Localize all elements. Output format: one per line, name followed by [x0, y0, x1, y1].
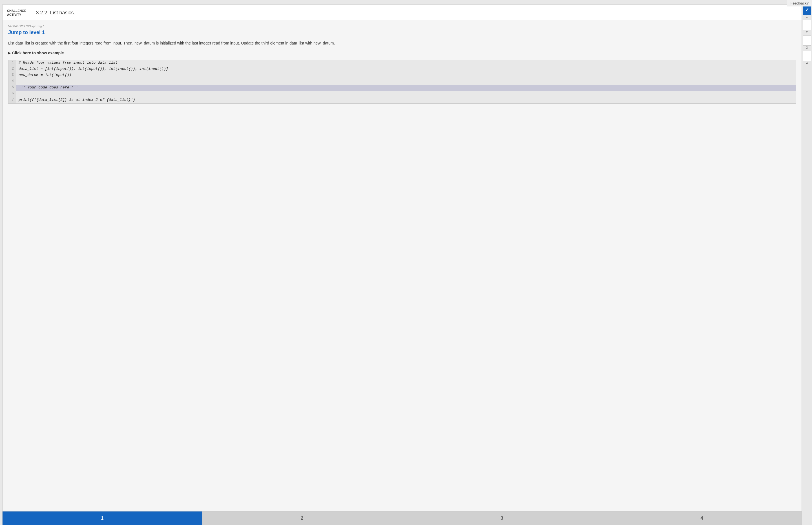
bottom-tab-2[interactable]: 2	[202, 511, 402, 525]
header-divider	[31, 7, 31, 18]
check-icon: ✓	[805, 7, 809, 12]
bottom-tab-3[interactable]: 3	[402, 511, 602, 525]
header: CHALLENGE ACTIVITY 3.2.2: List basics.	[2, 5, 801, 21]
activity-id: 546646.1230224.qx3zqy7	[8, 25, 796, 28]
code-line: 1# Reads four values from input into dat…	[9, 60, 796, 66]
line-code: ''' Your code goes here '''	[16, 85, 80, 91]
main-wrapper: CHALLENGE ACTIVITY 3.2.2: List basics. 5…	[0, 0, 812, 525]
sidebar-level-btn-4[interactable]	[803, 51, 811, 61]
bottom-tab-4[interactable]: 4	[602, 511, 801, 525]
code-line: 7print(f'{data_list[2]} is at index 2 of…	[9, 97, 796, 103]
sidebar-item-1[interactable]: ✓1	[803, 4, 811, 18]
line-number: 2	[9, 66, 16, 72]
line-code: data_list = [int(input()), int(input()),…	[16, 66, 171, 72]
sidebar-level-num: 2	[806, 31, 808, 34]
sidebar-item-2[interactable]: 2	[803, 20, 811, 34]
code-line: 5''' Your code goes here '''	[9, 85, 796, 91]
sidebar-item-3[interactable]: 3	[803, 35, 811, 49]
code-line: 3new_datum = int(input())	[9, 72, 796, 79]
right-sidebar: ✓1234	[802, 2, 812, 525]
feedback-bar[interactable]: Feedback?	[787, 0, 812, 6]
code-line: 6	[9, 91, 796, 97]
sidebar-level-btn-3[interactable]	[803, 35, 811, 46]
line-number: 5	[9, 85, 16, 91]
code-line: 4	[9, 79, 796, 85]
line-code	[16, 91, 21, 97]
line-code: print(f'{data_list[2]} is at index 2 of …	[16, 97, 137, 103]
code-editor[interactable]: 1# Reads four values from input into dat…	[8, 60, 796, 104]
challenge-line1: CHALLENGE	[7, 9, 26, 13]
description: List data_list is created with the first…	[8, 40, 796, 46]
challenge-line2: ACTIVITY	[7, 13, 26, 17]
bottom-tab-1[interactable]: 1	[2, 511, 202, 525]
challenge-label: CHALLENGE ACTIVITY	[7, 9, 26, 17]
sidebar-item-4[interactable]: 4	[803, 51, 811, 65]
line-number: 6	[9, 91, 16, 97]
sidebar-level-num: 4	[806, 62, 808, 65]
bottom-tabs: 1234	[2, 511, 801, 525]
header-title: 3.2.2: List basics.	[36, 10, 75, 16]
line-number: 4	[9, 79, 16, 85]
sidebar-level-num: 3	[806, 46, 808, 49]
line-number: 7	[9, 97, 16, 103]
show-example-button[interactable]: Click here to show example	[8, 51, 796, 55]
jump-to-level[interactable]: Jump to level 1	[8, 30, 796, 35]
sidebar-level-num: 1	[806, 15, 808, 18]
line-code	[16, 79, 21, 85]
sidebar-level-btn-2[interactable]	[803, 20, 811, 30]
line-number: 3	[9, 72, 16, 79]
line-code: new_datum = int(input())	[16, 72, 74, 79]
content-body: 546646.1230224.qx3zqy7 Jump to level 1 L…	[2, 21, 801, 511]
line-number: 1	[9, 60, 16, 66]
feedback-label: Feedback?	[791, 1, 809, 5]
line-code: # Reads four values from input into data…	[16, 60, 120, 66]
content-area: CHALLENGE ACTIVITY 3.2.2: List basics. 5…	[2, 4, 802, 525]
code-line: 2data_list = [int(input()), int(input())…	[9, 66, 796, 72]
